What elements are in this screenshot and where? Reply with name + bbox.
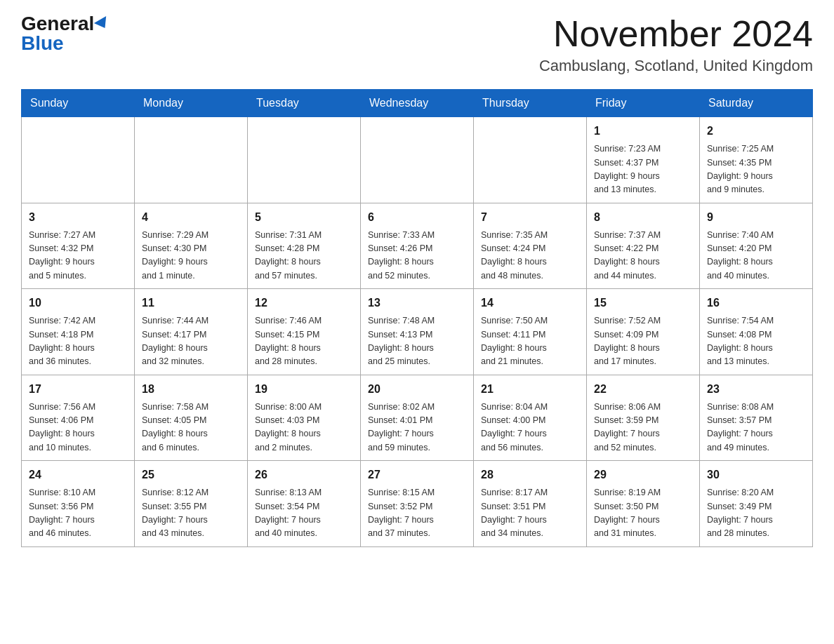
calendar-cell: 19Sunrise: 8:00 AM Sunset: 4:03 PM Dayli… — [248, 375, 361, 461]
calendar-cell: 27Sunrise: 8:15 AM Sunset: 3:52 PM Dayli… — [361, 461, 474, 547]
day-number: 4 — [142, 209, 240, 226]
calendar-header-wednesday: Wednesday — [361, 90, 474, 117]
calendar-cell: 13Sunrise: 7:48 AM Sunset: 4:13 PM Dayli… — [361, 289, 474, 375]
day-number: 2 — [707, 123, 805, 140]
calendar-cell — [135, 117, 248, 203]
calendar-cell — [474, 117, 587, 203]
day-number: 28 — [481, 467, 579, 483]
day-info: Sunrise: 8:15 AM Sunset: 3:52 PM Dayligh… — [368, 486, 466, 541]
calendar-cell: 20Sunrise: 8:02 AM Sunset: 4:01 PM Dayli… — [361, 375, 474, 461]
day-number: 15 — [594, 295, 692, 311]
calendar-header-friday: Friday — [587, 90, 700, 117]
calendar-cell: 16Sunrise: 7:54 AM Sunset: 4:08 PM Dayli… — [700, 289, 813, 375]
day-info: Sunrise: 7:52 AM Sunset: 4:09 PM Dayligh… — [594, 314, 692, 369]
calendar-cell: 28Sunrise: 8:17 AM Sunset: 3:51 PM Dayli… — [474, 461, 587, 547]
day-info: Sunrise: 7:46 AM Sunset: 4:15 PM Dayligh… — [255, 314, 353, 369]
day-info: Sunrise: 8:08 AM Sunset: 3:57 PM Dayligh… — [707, 401, 805, 455]
calendar-cell: 12Sunrise: 7:46 AM Sunset: 4:15 PM Dayli… — [248, 289, 361, 375]
calendar-cell: 10Sunrise: 7:42 AM Sunset: 4:18 PM Dayli… — [22, 289, 135, 375]
calendar-cell: 26Sunrise: 8:13 AM Sunset: 3:54 PM Dayli… — [248, 461, 361, 547]
calendar-header-saturday: Saturday — [700, 90, 813, 117]
week-row-1: 3Sunrise: 7:27 AM Sunset: 4:32 PM Daylig… — [22, 203, 813, 289]
day-info: Sunrise: 7:58 AM Sunset: 4:05 PM Dayligh… — [142, 401, 240, 455]
day-number: 7 — [481, 209, 579, 226]
day-number: 9 — [707, 209, 805, 226]
day-number: 29 — [594, 467, 692, 483]
day-info: Sunrise: 7:44 AM Sunset: 4:17 PM Dayligh… — [142, 314, 240, 369]
day-number: 10 — [29, 295, 127, 311]
week-row-0: 1Sunrise: 7:23 AM Sunset: 4:37 PM Daylig… — [22, 117, 813, 203]
day-number: 8 — [594, 209, 692, 226]
location-title: Cambuslang, Scotland, United Kingdom — [539, 57, 813, 75]
calendar-cell: 5Sunrise: 7:31 AM Sunset: 4:28 PM Daylig… — [248, 203, 361, 289]
logo-blue-text: Blue — [21, 34, 64, 53]
day-number: 19 — [255, 381, 353, 398]
calendar-cell — [361, 117, 474, 203]
day-info: Sunrise: 8:13 AM Sunset: 3:54 PM Dayligh… — [255, 486, 353, 541]
calendar-cell — [248, 117, 361, 203]
day-number: 24 — [29, 467, 127, 483]
day-info: Sunrise: 7:35 AM Sunset: 4:24 PM Dayligh… — [481, 229, 579, 283]
calendar-header-sunday: Sunday — [22, 90, 135, 117]
calendar-cell: 1Sunrise: 7:23 AM Sunset: 4:37 PM Daylig… — [587, 117, 700, 203]
day-number: 14 — [481, 295, 579, 311]
day-number: 16 — [707, 295, 805, 311]
day-number: 3 — [29, 209, 127, 226]
week-row-4: 24Sunrise: 8:10 AM Sunset: 3:56 PM Dayli… — [22, 461, 813, 547]
day-info: Sunrise: 8:19 AM Sunset: 3:50 PM Dayligh… — [594, 486, 692, 541]
calendar-header-tuesday: Tuesday — [248, 90, 361, 117]
calendar-cell: 6Sunrise: 7:33 AM Sunset: 4:26 PM Daylig… — [361, 203, 474, 289]
day-number: 22 — [594, 381, 692, 398]
calendar-cell: 14Sunrise: 7:50 AM Sunset: 4:11 PM Dayli… — [474, 289, 587, 375]
calendar-cell: 29Sunrise: 8:19 AM Sunset: 3:50 PM Dayli… — [587, 461, 700, 547]
day-info: Sunrise: 7:29 AM Sunset: 4:30 PM Dayligh… — [142, 229, 240, 283]
calendar-cell: 22Sunrise: 8:06 AM Sunset: 3:59 PM Dayli… — [587, 375, 700, 461]
week-row-2: 10Sunrise: 7:42 AM Sunset: 4:18 PM Dayli… — [22, 289, 813, 375]
calendar-cell: 8Sunrise: 7:37 AM Sunset: 4:22 PM Daylig… — [587, 203, 700, 289]
day-number: 6 — [368, 209, 466, 226]
day-number: 5 — [255, 209, 353, 226]
title-area: November 2024 Cambuslang, Scotland, Unit… — [539, 14, 813, 75]
calendar-cell: 3Sunrise: 7:27 AM Sunset: 4:32 PM Daylig… — [22, 203, 135, 289]
day-number: 11 — [142, 295, 240, 311]
calendar-header-thursday: Thursday — [474, 90, 587, 117]
calendar-cell: 24Sunrise: 8:10 AM Sunset: 3:56 PM Dayli… — [22, 461, 135, 547]
calendar-cell: 18Sunrise: 7:58 AM Sunset: 4:05 PM Dayli… — [135, 375, 248, 461]
day-number: 12 — [255, 295, 353, 311]
day-info: Sunrise: 7:27 AM Sunset: 4:32 PM Dayligh… — [29, 229, 127, 283]
calendar-header-monday: Monday — [135, 90, 248, 117]
day-info: Sunrise: 8:06 AM Sunset: 3:59 PM Dayligh… — [594, 401, 692, 455]
logo-triangle-icon — [94, 16, 111, 32]
day-info: Sunrise: 7:31 AM Sunset: 4:28 PM Dayligh… — [255, 229, 353, 283]
day-info: Sunrise: 7:48 AM Sunset: 4:13 PM Dayligh… — [368, 314, 466, 369]
calendar-cell: 17Sunrise: 7:56 AM Sunset: 4:06 PM Dayli… — [22, 375, 135, 461]
calendar-cell — [22, 117, 135, 203]
day-info: Sunrise: 8:17 AM Sunset: 3:51 PM Dayligh… — [481, 486, 579, 541]
day-info: Sunrise: 7:23 AM Sunset: 4:37 PM Dayligh… — [594, 142, 692, 197]
calendar-cell: 4Sunrise: 7:29 AM Sunset: 4:30 PM Daylig… — [135, 203, 248, 289]
calendar-cell: 11Sunrise: 7:44 AM Sunset: 4:17 PM Dayli… — [135, 289, 248, 375]
day-info: Sunrise: 7:56 AM Sunset: 4:06 PM Dayligh… — [29, 401, 127, 455]
calendar-cell: 30Sunrise: 8:20 AM Sunset: 3:49 PM Dayli… — [700, 461, 813, 547]
day-number: 25 — [142, 467, 240, 483]
calendar-cell: 15Sunrise: 7:52 AM Sunset: 4:09 PM Dayli… — [587, 289, 700, 375]
day-number: 1 — [594, 123, 692, 140]
day-number: 27 — [368, 467, 466, 483]
day-number: 18 — [142, 381, 240, 398]
logo: General Blue — [21, 14, 110, 53]
day-number: 26 — [255, 467, 353, 483]
day-info: Sunrise: 7:42 AM Sunset: 4:18 PM Dayligh… — [29, 314, 127, 369]
day-info: Sunrise: 7:40 AM Sunset: 4:20 PM Dayligh… — [707, 229, 805, 283]
day-info: Sunrise: 8:00 AM Sunset: 4:03 PM Dayligh… — [255, 401, 353, 455]
header: General Blue November 2024 Cambuslang, S… — [21, 14, 813, 75]
day-info: Sunrise: 7:54 AM Sunset: 4:08 PM Dayligh… — [707, 314, 805, 369]
day-number: 13 — [368, 295, 466, 311]
calendar-table: SundayMondayTuesdayWednesdayThursdayFrid… — [21, 89, 813, 547]
calendar-header-row: SundayMondayTuesdayWednesdayThursdayFrid… — [22, 90, 813, 117]
day-info: Sunrise: 8:02 AM Sunset: 4:01 PM Dayligh… — [368, 401, 466, 455]
day-number: 23 — [707, 381, 805, 398]
month-title: November 2024 — [539, 14, 813, 54]
day-info: Sunrise: 8:20 AM Sunset: 3:49 PM Dayligh… — [707, 486, 805, 541]
day-number: 21 — [481, 381, 579, 398]
week-row-3: 17Sunrise: 7:56 AM Sunset: 4:06 PM Dayli… — [22, 375, 813, 461]
